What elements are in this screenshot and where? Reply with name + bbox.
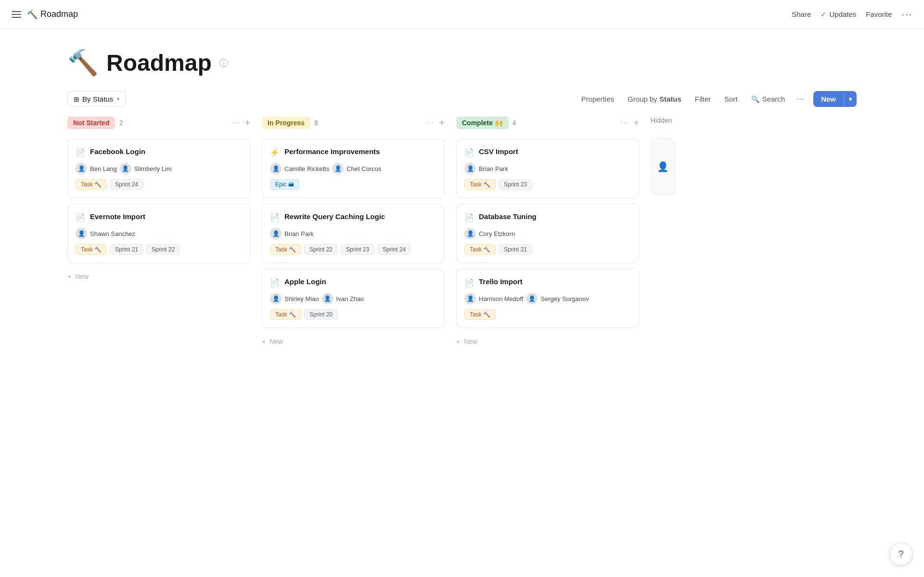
column-header-in-progress: In Progress8···+ [262,115,445,131]
updates-button[interactable]: ✓ Updates [821,10,856,18]
assignee-name: Ivan Zhao [336,295,364,302]
info-icon[interactable]: ⓘ [219,57,228,69]
card-title: Facebook Login [90,147,145,157]
avatar: 👤 [270,163,282,174]
tag-task: Task 🔨 [270,244,301,255]
card[interactable]: 📄Trello Import👤Harrison Medoff👤Sergey Su… [456,269,639,328]
card[interactable]: 📄Database Tuning👤Cory EtzkornTask 🔨Sprin… [456,204,639,263]
add-new-label: New [75,273,89,280]
nav-left: 🔨 Roadmap [12,9,78,20]
status-badge-in-progress: In Progress [262,117,310,129]
properties-button[interactable]: Properties [576,92,620,106]
card-assignees: 👤Camille Ricketts👤Chet Corcos [270,163,436,174]
card-assignees: 👤Harrison Medoff👤Sergey Surganov [464,293,631,304]
card-assignees: 👤Brian Park [464,163,631,174]
card-icon: 📄 [76,148,85,157]
sort-button[interactable]: Sort [719,92,744,106]
tag-task: Task 🔨 [270,309,301,320]
card-tags: Task 🔨Sprint 21Sprint 22 [76,244,242,255]
card-assignees: 👤Shawn Sanchez [76,228,242,239]
column-header-not-started: Not Started2···+ [67,115,250,131]
add-new-row-complete[interactable]: +New [456,334,639,349]
hidden-avatar-icon: 👤 [657,161,669,172]
column-header-complete: Complete 🙌4···+ [456,115,639,131]
column-more-not-started[interactable]: ··· [231,118,241,127]
avatar: 👤 [526,293,538,304]
assignee-name: Chet Corcos [346,165,381,172]
card-tags: Task 🔨Sprint 22Sprint 23Sprint 24 [270,244,436,255]
toolbar: ⊞ By Status ▾ Properties Group by Status… [0,87,924,115]
hidden-column-label: Hidden [651,117,672,124]
tag-sprint: Sprint 24 [377,244,411,255]
card[interactable]: 📄Rewrite Query Caching Logic👤Brian ParkT… [262,204,445,263]
tag-task: Task 🔨 [464,179,496,190]
card-title-row: 📄Database Tuning [464,212,631,222]
card-tags: Task 🔨Sprint 21 [464,244,631,255]
avatar: 👤 [76,163,87,174]
card[interactable]: 📄CSV Import👤Brian ParkTask 🔨Sprint 23 [456,139,639,198]
favorite-button[interactable]: Favorite [866,10,892,18]
card[interactable]: 📄Facebook Login👤Ben Lang👤Slimberly LimTa… [67,139,250,198]
page-header: 🔨 Roadmap ⓘ [0,29,924,87]
card-icon: 📄 [270,278,280,287]
card[interactable]: ⚡Performance Improvements👤Camille Ricket… [262,139,445,198]
add-new-label: New [464,338,477,345]
assignee-name: Ben Lang [90,165,117,172]
assignee-name: Brian Park [284,230,314,237]
column-add-not-started[interactable]: + [244,118,250,129]
avatar: 👤 [464,228,476,239]
card[interactable]: 📄Evernote Import👤Shawn SanchezTask 🔨Spri… [67,204,250,263]
card-tags: Epic 🏔 [270,179,436,190]
avatar: 👤 [270,293,282,304]
nav-title-emoji: 🔨 [27,9,38,20]
toolbar-more-button[interactable]: ··· [793,91,808,107]
assignee-name: Camille Ricketts [284,165,329,172]
column-count-in-progress: 8 [314,119,318,127]
tag-sprint: Sprint 21 [110,244,143,255]
column-more-in-progress[interactable]: ··· [426,118,435,127]
search-button[interactable]: 🔍 Search [745,92,791,106]
card-icon: 📄 [270,213,280,222]
avatar: 👤 [76,228,87,239]
updates-label: Updates [829,10,856,18]
column-add-complete[interactable]: + [633,118,639,129]
card-tags: Task 🔨Sprint 20 [270,309,436,320]
share-button[interactable]: Share [792,10,811,18]
card-icon: ⚡ [270,148,280,157]
new-button-label: New [813,91,844,107]
card-title-row: 📄Apple Login [270,277,436,287]
new-button-chevron[interactable]: ▾ [844,92,857,106]
group-by-button[interactable]: Group by Status [622,92,687,106]
assignee-name: Sergey Surganov [540,295,589,302]
card-title-row: 📄Facebook Login [76,147,242,157]
column-add-in-progress[interactable]: + [439,118,445,129]
page-title-emoji: 🔨 [67,48,99,78]
card-tags: Task 🔨Sprint 24 [76,179,242,190]
card-title-row: ⚡Performance Improvements [270,147,436,157]
page-title-row: 🔨 Roadmap ⓘ [67,48,857,78]
tag-sprint: Sprint 23 [341,244,374,255]
view-selector-icon: ⊞ [74,95,79,103]
menu-icon[interactable] [12,11,21,18]
card-assignees: 👤Ben Lang👤Slimberly Lim [76,163,242,174]
avatar: 👤 [464,293,476,304]
add-new-row-not-started[interactable]: +New [67,269,250,284]
hidden-card-placeholder: 👤 [651,138,675,196]
add-new-row-in-progress[interactable]: +New [262,334,445,349]
search-label: Search [762,95,785,103]
column-more-complete[interactable]: ··· [620,118,629,127]
card[interactable]: 📄Apple Login👤Shirley Miao👤Ivan ZhaoTask … [262,269,445,328]
avatar: 👤 [120,163,131,174]
new-button[interactable]: New ▾ [813,91,857,107]
column-count-not-started: 2 [119,119,123,127]
column-complete: Complete 🙌4···+📄CSV Import👤Brian ParkTas… [456,115,639,404]
nav-more-icon[interactable]: ··· [901,9,912,20]
avatar: 👤 [322,293,334,304]
tag-sprint: Sprint 22 [146,244,180,255]
search-icon: 🔍 [751,95,759,103]
status-badge-not-started: Not Started [67,117,115,129]
view-selector-button[interactable]: ⊞ By Status ▾ [67,91,126,107]
card-icon: 📄 [464,148,474,157]
card-tags: Task 🔨Sprint 23 [464,179,631,190]
filter-button[interactable]: Filter [689,92,717,106]
